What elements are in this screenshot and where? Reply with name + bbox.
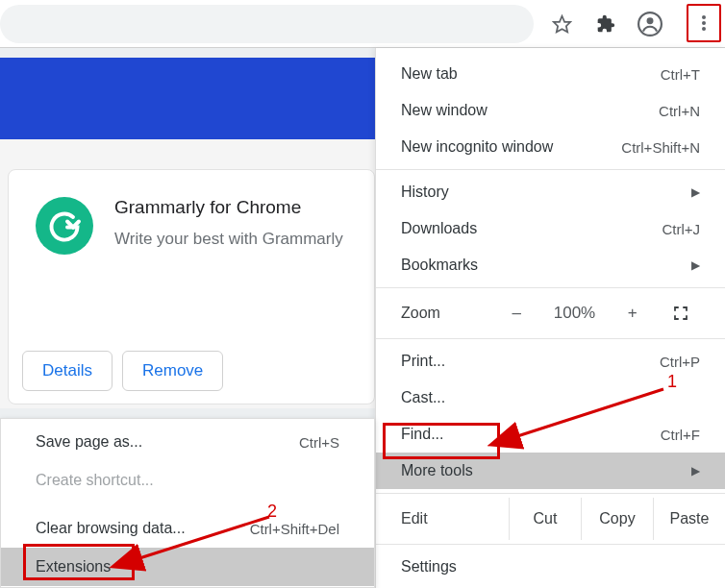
submenu-label: Extensions <box>36 558 111 576</box>
menu-downloads[interactable]: Downloads Ctrl+J <box>376 210 725 247</box>
menu-separator <box>376 169 725 170</box>
extensions-icon[interactable] <box>590 9 621 39</box>
menu-incognito[interactable]: New incognito window Ctrl+Shift+N <box>376 129 725 165</box>
submenu-save-page[interactable]: Save page as... Ctrl+S <box>1 423 374 461</box>
menu-label: New tab <box>401 65 458 83</box>
menu-new-window[interactable]: New window Ctrl+N <box>376 92 725 129</box>
annotation-number-2: 2 <box>267 502 277 522</box>
more-menu-button[interactable] <box>687 4 721 42</box>
menu-separator <box>376 338 725 339</box>
menu-label: History <box>401 184 449 201</box>
submenu-clear-browsing-data[interactable]: Clear browsing data... Ctrl+Shift+Del <box>1 509 374 548</box>
menu-label: Cast... <box>401 389 445 406</box>
submenu-label: Save page as... <box>36 433 142 451</box>
edit-paste-button[interactable]: Paste <box>653 498 725 540</box>
submenu-label: Clear browsing data... <box>36 520 186 537</box>
menu-shortcut: Ctrl+F <box>661 427 700 443</box>
kebab-dot-icon <box>702 27 706 31</box>
menu-more-tools[interactable]: More tools ▶ <box>376 453 725 489</box>
menu-label: Downloads <box>401 220 477 237</box>
menu-label: More tools <box>401 462 473 479</box>
kebab-dot-icon <box>702 21 706 25</box>
submenu-label: Create shortcut... <box>36 472 154 489</box>
menu-new-tab[interactable]: New tab Ctrl+T <box>376 56 725 92</box>
submenu-extensions[interactable]: Extensions <box>1 548 374 586</box>
submenu-shortcut: Ctrl+S <box>299 434 339 451</box>
svg-point-2 <box>647 17 654 24</box>
menu-label: New window <box>401 102 488 119</box>
menu-find[interactable]: Find... Ctrl+F <box>376 416 725 453</box>
edit-label: Edit <box>376 510 509 527</box>
profile-icon[interactable] <box>635 9 665 39</box>
menu-separator <box>376 493 725 494</box>
menu-label: Bookmarks <box>401 257 478 274</box>
menu-zoom: Zoom – 100% + <box>376 292 725 334</box>
omnibox[interactable] <box>0 5 534 43</box>
menu-edit: Edit Cut Copy Paste <box>376 498 725 540</box>
menu-shortcut: Ctrl+T <box>661 66 700 83</box>
details-button[interactable]: Details <box>22 351 112 391</box>
submenu-arrow-icon: ▶ <box>691 258 700 272</box>
chrome-main-menu: New tab Ctrl+T New window Ctrl+N New inc… <box>375 48 725 588</box>
extension-title: Grammarly for Chrome <box>114 197 301 218</box>
grammarly-logo-icon <box>36 197 93 255</box>
zoom-in-button[interactable]: + <box>604 304 662 323</box>
menu-shortcut: Ctrl+J <box>662 221 700 237</box>
store-banner <box>0 58 375 139</box>
edit-cut-button[interactable]: Cut <box>509 498 581 540</box>
zoom-value: 100% <box>545 304 603 323</box>
zoom-label: Zoom <box>401 305 488 322</box>
annotation-number-1: 1 <box>667 372 677 392</box>
submenu-shortcut: Ctrl+Shift+Del <box>250 521 339 537</box>
remove-button[interactable]: Remove <box>122 351 223 391</box>
menu-label: Settings <box>401 558 457 576</box>
menu-label: New incognito window <box>401 138 553 156</box>
extension-card: Grammarly for Chrome Write your best wit… <box>8 169 375 404</box>
browser-toolbar <box>0 0 725 48</box>
submenu-arrow-icon: ▶ <box>691 185 700 199</box>
menu-settings[interactable]: Settings <box>376 549 725 585</box>
menu-separator <box>376 287 725 288</box>
zoom-out-button[interactable]: – <box>488 304 545 323</box>
star-icon[interactable] <box>546 9 577 39</box>
extension-subtitle: Write your best with Grammarly <box>114 230 343 249</box>
menu-shortcut: Ctrl+P <box>660 354 700 370</box>
menu-shortcut: Ctrl+N <box>659 103 700 119</box>
submenu-create-shortcut: Create shortcut... <box>1 461 374 500</box>
menu-label: Print... <box>401 353 445 370</box>
svg-marker-0 <box>553 15 570 32</box>
submenu-arrow-icon: ▶ <box>691 464 700 478</box>
more-tools-submenu: Save page as... Ctrl+S Create shortcut..… <box>0 418 375 588</box>
menu-separator <box>376 544 725 545</box>
menu-history[interactable]: History ▶ <box>376 174 725 210</box>
edit-copy-button[interactable]: Copy <box>581 498 653 540</box>
menu-shortcut: Ctrl+Shift+N <box>621 139 700 156</box>
menu-bookmarks[interactable]: Bookmarks ▶ <box>376 247 725 283</box>
fullscreen-button[interactable] <box>662 305 700 322</box>
kebab-dot-icon <box>702 15 706 19</box>
menu-label: Find... <box>401 426 443 443</box>
